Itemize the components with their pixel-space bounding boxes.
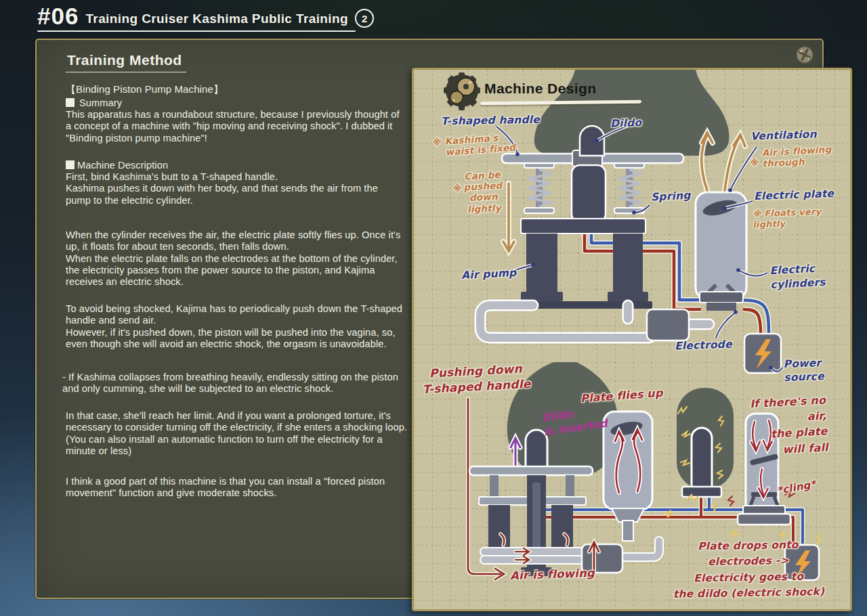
limit-text: In that case, she'll reach her limit. An… <box>66 410 407 457</box>
reference-mark-icon: ※ <box>452 183 462 194</box>
label-dildo: Dildo <box>610 116 642 131</box>
header-underline <box>37 30 356 32</box>
summary-text: This apparatus has a roundabout structur… <box>66 109 400 144</box>
machine-name: 【Binding Piston Pump Machine】 <box>66 83 224 95</box>
closing-text: I think a good part of this machine is t… <box>66 476 385 500</box>
label-power-source: Power source <box>783 356 824 384</box>
electrode-shape <box>700 292 743 303</box>
label-no-air-plate-falls: If there's no air, the plate will fall <box>729 392 829 460</box>
machine-design-panel: Machine Design T-shaped handle ※ Kashima… <box>412 68 852 611</box>
note-pushed-lightly: ※ Can be pushed down lightly <box>463 169 503 215</box>
pump-junction-box <box>647 309 689 340</box>
machine-design-header: Machine Design <box>429 71 652 114</box>
machine-design-underline <box>480 100 641 105</box>
summary-label: Summary <box>66 97 122 109</box>
episode-number: #06 <box>37 3 79 30</box>
reference-mark-icon: ※ <box>752 208 761 219</box>
reference-mark-icon: ※ <box>750 157 759 169</box>
gear-icon <box>431 71 484 114</box>
dildo-column <box>692 428 712 488</box>
label-spring: Spring <box>651 189 691 204</box>
label-electrode: Electrode <box>675 338 732 353</box>
power-source-box <box>744 334 781 373</box>
avoidance-text: To avoid being shocked, Kajima has to pe… <box>66 303 402 350</box>
label-ventilation: Ventilation <box>750 128 817 144</box>
screenshot-root: #06 Training Cruiser Kashima Public Trai… <box>0 0 867 616</box>
reference-mark-icon: ※ <box>432 136 442 148</box>
page-header: #06 Training Cruiser Kashima Public Trai… <box>37 3 374 30</box>
part-number-badge: 2 <box>355 9 374 28</box>
square-bullet-icon <box>66 160 75 169</box>
label-pushing-down: Pushing down T-shaped handle <box>421 361 531 397</box>
square-bullet-icon <box>66 98 75 107</box>
label-electric-plate: Electric plate <box>754 188 834 203</box>
episode-title: Training Cruiser Kashima Public Training <box>85 6 348 26</box>
label-plate-drops: Plate drops onto electrodes -> Electrici… <box>671 537 826 602</box>
label-air-is-flowing: Air is flowing <box>510 567 595 584</box>
note-air-flowing-through: ※ Air is flowing through <box>761 144 832 169</box>
collapse-note: - If Kashima collapses from breathing he… <box>62 372 398 395</box>
description-text: First, bind Kashima's butt to a T-shaped… <box>66 171 378 206</box>
label-t-shaped-handle: T-shaped handle <box>441 114 540 129</box>
description-label: Machine Description <box>66 160 168 171</box>
screw-icon <box>795 45 814 64</box>
label-electric-cylinders: Electric cylinders <box>769 261 826 292</box>
machine-design-title: Machine Design <box>484 81 596 97</box>
training-method-heading: Training Method <box>66 52 186 72</box>
note-floats-lightly: ※ Floats very lightly <box>752 205 850 231</box>
electric-cylinder <box>696 192 746 311</box>
operation-text: When the cylinder receives the air, the … <box>66 229 400 288</box>
